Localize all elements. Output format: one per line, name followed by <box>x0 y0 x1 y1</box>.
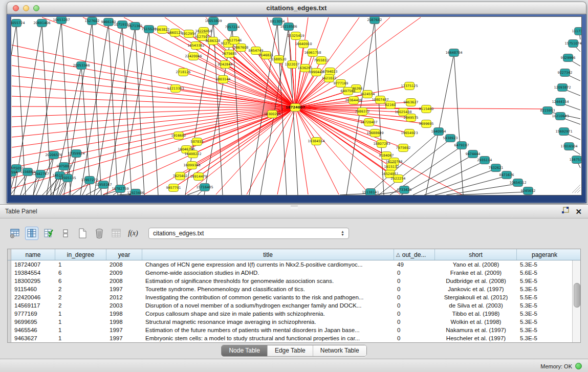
node-label: 15138141 <box>362 190 379 194</box>
close-panel-icon[interactable]: ✕ <box>575 208 582 215</box>
cell-name: 19384554 <box>11 269 55 277</box>
node-label: 14498222 <box>184 152 201 156</box>
function-builder-icon[interactable]: f(x) <box>126 227 140 240</box>
node-label: 9699695 <box>419 122 434 126</box>
node-label: 15325419 <box>287 34 304 38</box>
row-select-icon[interactable] <box>42 227 55 240</box>
tab-network-table[interactable]: Network Table <box>313 345 366 356</box>
cell-out_degree: 0 <box>394 310 435 318</box>
memory-ok-icon[interactable] <box>575 363 582 369</box>
column-visibility-icon[interactable] <box>25 227 38 240</box>
node-label: 9242844 <box>218 62 233 67</box>
node-label: 16648784 <box>445 51 462 55</box>
table-row[interactable]: 1938455462009Genome-wide association stu… <box>8 269 580 277</box>
memory-status-label: Memory: OK <box>540 363 572 369</box>
cell-in_degree: 1 <box>55 334 106 342</box>
cell-out_degree: 0 <box>394 293 435 301</box>
table-row[interactable]: 977716911998Corpus callosum shape and si… <box>8 310 580 318</box>
cell-name: 9777169 <box>11 310 55 318</box>
node-label: 12093872 <box>554 85 571 90</box>
table-row[interactable]: 946554611997Estimation of the future num… <box>8 326 580 334</box>
cell-out_degree: 0 <box>394 269 435 277</box>
node-label: 17957272 <box>81 178 98 182</box>
cell-year: 1998 <box>106 310 142 318</box>
cell-name: 14569117 <box>11 301 55 310</box>
scrollbar-thumb[interactable] <box>574 283 580 308</box>
table-row[interactable]: 1830029562008Estimation of significance … <box>8 277 580 285</box>
column-header-year[interactable]: year <box>106 249 142 260</box>
node-label: 1527602 <box>85 19 100 23</box>
splitter-grip[interactable] <box>291 206 298 208</box>
node-label: 16914479 <box>190 174 207 179</box>
node-label: 10654112 <box>509 181 526 185</box>
rows-icon[interactable] <box>59 227 72 240</box>
node-label: 10210643 <box>552 114 569 118</box>
node-label: 19218586 <box>280 25 297 29</box>
table-panel: Table Panel ✕ <box>0 204 588 372</box>
table-row[interactable]: 911546021997Tourette syndrome. Phenomeno… <box>8 285 580 293</box>
node-label: 1117304 <box>572 29 581 33</box>
cell-name: 18300295 <box>11 277 55 285</box>
table-settings-icon[interactable] <box>8 227 21 240</box>
citation-network-graph[interactable]: 1405572420691406106532871527602946616010… <box>11 17 581 195</box>
node-label: 14055724 <box>11 21 25 25</box>
cell-year: 1997 <box>106 326 142 334</box>
node-label: 16543362 <box>187 43 204 48</box>
node-label: 1916682 <box>171 134 186 138</box>
node-label: 1636265 <box>298 66 313 70</box>
table-tabbar: Node Table Edge Table Network Table <box>0 345 588 357</box>
column-header-name[interactable]: name <box>11 249 55 260</box>
new-table-icon[interactable] <box>76 227 89 240</box>
cell-year: 1998 <box>106 318 142 326</box>
node-label: 12942757 <box>32 172 49 176</box>
tab-edge-table[interactable]: Edge Table <box>267 345 313 356</box>
node-label: 10688609 <box>366 131 383 135</box>
node-label: 8471676 <box>499 173 514 177</box>
row-gutter <box>8 318 11 326</box>
tab-node-table[interactable]: Node Table <box>222 345 267 356</box>
node-label: 8813054 <box>270 19 285 24</box>
window-titlebar[interactable]: citations_edges.txt <box>7 2 586 14</box>
network-table-select[interactable]: citations_edges.txt ▲▼ <box>148 228 349 239</box>
cell-out_degree: 49 <box>394 260 435 269</box>
node-label: 7975692 <box>396 146 411 150</box>
column-header-out-degree[interactable]: △ out_de... <box>394 249 435 260</box>
cell-name: 18724007 <box>11 260 55 269</box>
float-panel-icon[interactable] <box>562 207 569 216</box>
node-label: 13505135 <box>59 176 76 180</box>
import-table-icon[interactable] <box>110 227 123 240</box>
column-header-in-degree[interactable]: in_degree <box>55 249 106 260</box>
table-row[interactable]: 946362711997Embryonic stem cells: a mode… <box>8 334 580 342</box>
cell-title: Structural magnetic resonance image aver… <box>142 318 394 326</box>
node-label: 8454749 <box>249 49 264 53</box>
node-label: 9146821 <box>259 53 274 57</box>
vertical-scrollbar[interactable] <box>572 260 580 342</box>
column-header-short[interactable]: short <box>435 249 517 260</box>
node-label: 20691406 <box>33 21 50 25</box>
node-label: 9115460 <box>419 107 434 111</box>
node-label: 10653287 <box>53 18 70 22</box>
table-row[interactable]: 969969511998Structural magnetic resonanc… <box>8 318 580 326</box>
node-label: 22420046 <box>185 54 202 58</box>
node-label: 20053346 <box>73 63 90 68</box>
node-label: 1621022 <box>322 76 337 80</box>
table-row[interactable]: 1456911722003Disruption of a novel membe… <box>8 301 580 310</box>
node-label: 9671365 <box>128 24 143 28</box>
node-label: 2803144 <box>216 77 231 81</box>
node-label: 17359924 <box>68 151 84 156</box>
node-label: 1615132 <box>384 165 399 169</box>
node-label: 16099348 <box>183 163 200 167</box>
node-label: 17375125 <box>401 84 418 88</box>
network-graph-canvas[interactable]: 1405572420691406106532871527602946616010… <box>11 16 582 195</box>
cell-short: Stergiakouli et al. (2012) <box>435 293 517 301</box>
canvas-resize-grip[interactable] <box>572 185 580 193</box>
column-header-pagerank[interactable]: pagerank <box>517 249 572 260</box>
cell-short: de Silva et al. (2003) <box>435 301 517 310</box>
table-row[interactable]: 2242004622012Investigating the contribut… <box>8 293 580 301</box>
table-row[interactable]: 1872400712008Changes of HCN gene express… <box>8 260 580 269</box>
delete-table-icon[interactable] <box>93 227 106 240</box>
node-label: 2867608 <box>234 46 249 50</box>
row-gutter <box>8 334 11 342</box>
column-header-title[interactable]: title <box>142 249 394 260</box>
node-label: 6479197 <box>454 143 469 147</box>
